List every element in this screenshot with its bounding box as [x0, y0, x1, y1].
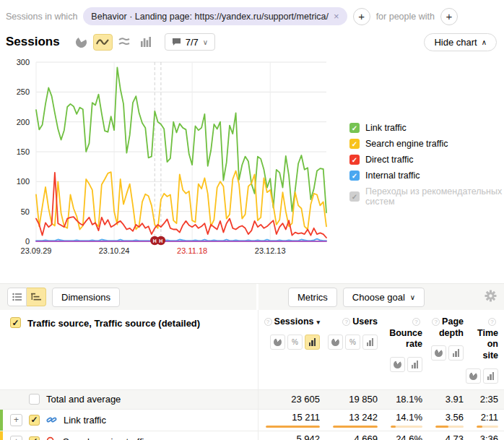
page-title: Sessions	[6, 35, 60, 49]
row-label[interactable]: Search engine traffic	[63, 436, 149, 440]
link-icon	[46, 415, 57, 425]
legend-item[interactable]: ✓Internal traffic	[349, 171, 504, 181]
legend-item[interactable]: ✓Direct traffic	[349, 155, 504, 165]
stacked-chart-icon[interactable]	[115, 34, 134, 51]
column-header-page-depth[interactable]: ?Page depth	[428, 310, 469, 389]
metric-cell: 4 669	[326, 431, 383, 440]
legend-label: Search engine traffic	[365, 139, 448, 149]
pie-chart-icon[interactable]	[71, 34, 91, 51]
legend-item[interactable]: ✓Переходы из рекомендательных систем	[349, 186, 504, 207]
metric-cell: 14.1%	[383, 410, 428, 431]
add-session-condition-button[interactable]: +	[353, 8, 370, 25]
add-people-condition-button[interactable]: +	[440, 8, 458, 25]
column-header-time-on-site[interactable]: ?Time on site	[469, 310, 504, 389]
toolbar-divider	[256, 284, 258, 310]
metric-columns: ?Sessions▾%?Users%?Bounce rate?Page dept…	[258, 310, 504, 389]
line-chart-icon[interactable]	[93, 34, 113, 51]
legend-label: Internal traffic	[365, 171, 420, 181]
table-row[interactable]: +✓Search engine traffic5 9424 66924.6%4.…	[0, 431, 504, 440]
help-icon[interactable]: ?	[488, 318, 496, 326]
column-chart-icon[interactable]	[136, 34, 156, 51]
help-icon[interactable]: ?	[432, 318, 440, 326]
legend-checkbox[interactable]: ✓	[349, 123, 360, 133]
metrics-button[interactable]: Metrics	[288, 288, 337, 307]
pie-toggle-icon[interactable]	[390, 357, 405, 372]
pie-toggle-icon[interactable]	[270, 335, 285, 350]
metric-cell: 15 211	[258, 410, 326, 431]
svg-text:250: 250	[17, 87, 30, 96]
percent-toggle-icon[interactable]: %	[345, 335, 360, 350]
series-link-traffic[interactable]	[36, 67, 326, 212]
sessions-chart[interactable]: 05010015020025030023.09.2923.10.2423.11.…	[0, 52, 339, 264]
help-icon[interactable]: ?	[412, 318, 420, 326]
list-view-icon[interactable]	[7, 288, 27, 306]
segment-chip[interactable]: Behavior · Landing page: https://yandex.…	[83, 7, 347, 25]
expand-button[interactable]: +	[10, 414, 22, 426]
metric-cell: 13 242	[326, 410, 383, 431]
legend-item[interactable]: ✓Link traffic	[349, 123, 504, 133]
table-row[interactable]: +✓Link traffic15 21113 24214.1%3.562:11	[0, 410, 504, 431]
metric-cell: 2:35	[469, 390, 504, 409]
select-all-checkbox[interactable]: ✓	[10, 317, 21, 328]
column-header-bounce-rate[interactable]: ?Bounce rate	[383, 310, 428, 389]
row-checkbox[interactable]: ✓	[29, 415, 40, 426]
svg-text:300: 300	[17, 58, 30, 66]
metric-cell: 3.91	[428, 390, 469, 409]
svg-text:0: 0	[25, 237, 30, 246]
row-label[interactable]: Link traffic	[64, 415, 106, 426]
metric-cell: 5 942	[258, 431, 326, 440]
legend-checkbox[interactable]: ✓	[349, 191, 360, 202]
column-header-users[interactable]: ?Users%	[326, 310, 383, 389]
tree-view-icon[interactable]	[27, 288, 46, 306]
close-icon[interactable]: ×	[334, 11, 339, 22]
chart-legend: ✓Link traffic✓Search engine traffic✓Dire…	[349, 123, 504, 212]
chevron-up-icon: ∧	[482, 38, 487, 46]
comment-bubble-icon	[172, 38, 181, 46]
comments-dropdown[interactable]: 7/7 ∨	[165, 33, 215, 51]
pie-toggle-icon[interactable]	[466, 368, 481, 384]
legend-item[interactable]: ✓Search engine traffic	[349, 139, 504, 149]
hide-chart-button[interactable]: Hide chart ∧	[424, 33, 497, 51]
row-checkbox[interactable]: ✓	[29, 436, 40, 440]
legend-checkbox[interactable]: ✓	[349, 155, 360, 165]
chevron-down-icon: ∨	[410, 293, 415, 301]
expand-button[interactable]: +	[10, 436, 22, 440]
legend-checkbox[interactable]: ✓	[349, 171, 360, 181]
svg-text:23.12.13: 23.12.13	[255, 246, 286, 255]
help-icon[interactable]: ?	[342, 318, 350, 326]
svg-text:200: 200	[17, 118, 30, 126]
column-header-sessions[interactable]: ?Sessions▾%	[258, 310, 326, 389]
hide-chart-label: Hide chart	[434, 37, 477, 48]
choose-goal-label: Choose goal	[352, 292, 405, 303]
choose-goal-dropdown[interactable]: Choose goal ∨	[343, 288, 425, 307]
row-checkbox[interactable]	[29, 394, 40, 405]
comment-marker[interactable]: H	[157, 236, 165, 245]
search-icon	[46, 436, 56, 440]
metric-cell: 23 605	[258, 390, 326, 409]
pie-toggle-icon[interactable]	[431, 345, 446, 361]
metric-cell: 3.56	[428, 410, 469, 431]
series-internal-traffic[interactable]	[36, 239, 326, 241]
comments-count: 7/7	[186, 37, 199, 48]
legend-label: Link traffic	[365, 123, 407, 133]
bars-toggle-icon[interactable]	[407, 357, 422, 372]
svg-text:150: 150	[17, 147, 30, 156]
metric-cell: 2:11	[469, 410, 504, 431]
pie-toggle-icon[interactable]	[328, 335, 343, 350]
metric-cell: 4.73	[428, 431, 469, 440]
help-icon[interactable]: ?	[264, 318, 272, 326]
svg-text:23.10.24: 23.10.24	[99, 246, 130, 255]
svg-text:H: H	[159, 238, 162, 243]
legend-checkbox[interactable]: ✓	[349, 139, 360, 149]
bars-toggle-icon[interactable]	[448, 345, 464, 361]
percent-toggle-icon[interactable]: %	[287, 335, 303, 350]
metric-cell: 24.6%	[383, 431, 428, 440]
sort-desc-icon: ▾	[316, 319, 320, 326]
bars-toggle-icon[interactable]	[483, 368, 498, 384]
gear-icon[interactable]	[485, 290, 497, 305]
bars-toggle-icon[interactable]	[362, 335, 378, 350]
bars-toggle-icon[interactable]	[305, 335, 320, 350]
chart-header: Sessions 7/7 ∨ Hide chart ∧	[0, 27, 504, 52]
dimensions-button[interactable]: Dimensions	[52, 288, 120, 307]
table-row-total[interactable]: Total and average23 60519 85018.1%3.912:…	[0, 389, 504, 410]
